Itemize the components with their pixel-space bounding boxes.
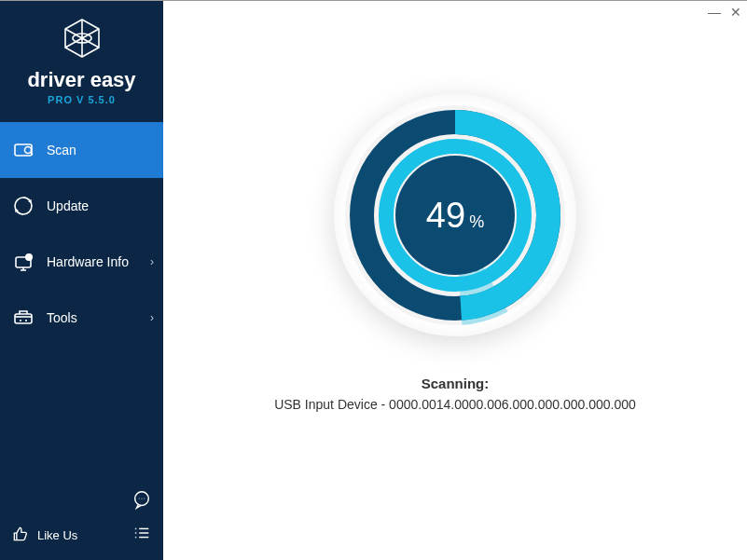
hardware-info-icon: i xyxy=(11,250,35,274)
svg-point-19 xyxy=(144,499,145,499)
main-panel: 49 % Scanning: USB Input Device - 0000.0… xyxy=(163,1,747,560)
chevron-right-icon: › xyxy=(150,255,154,268)
chevron-right-icon: › xyxy=(150,311,154,324)
sidebar-item-scan[interactable]: Scan xyxy=(0,122,163,178)
progress-value: 49 % xyxy=(426,196,484,236)
svg-point-24 xyxy=(135,537,137,539)
svg-point-22 xyxy=(135,532,137,534)
sidebar-bottom: Like Us xyxy=(0,480,163,560)
update-icon xyxy=(11,194,35,218)
menu-list-icon[interactable] xyxy=(131,523,152,547)
like-us-button[interactable]: Like Us xyxy=(11,525,77,546)
scan-status: Scanning: USB Input Device - 0000.0014.0… xyxy=(274,376,636,412)
sidebar-item-tools[interactable]: Tools › xyxy=(0,290,163,346)
minimize-button[interactable]: — xyxy=(708,5,721,20)
sidebar-item-label: Hardware Info xyxy=(47,254,129,269)
scan-status-detail: USB Input Device - 0000.0014.0000.006.00… xyxy=(274,397,636,412)
progress-number: 49 xyxy=(426,196,465,236)
brand-name: driver easy xyxy=(27,68,135,92)
svg-point-20 xyxy=(135,528,137,530)
scan-status-title: Scanning: xyxy=(274,376,636,391)
like-us-label: Like Us xyxy=(37,528,77,542)
app-window: — ✕ driver easy PRO V 5.5.0 xyxy=(0,0,747,560)
close-button[interactable]: ✕ xyxy=(730,5,741,20)
sidebar: driver easy PRO V 5.5.0 Scan xyxy=(0,1,163,560)
percent-symbol: % xyxy=(469,212,484,232)
thumbs-up-icon xyxy=(11,525,30,546)
svg-point-18 xyxy=(141,499,142,499)
scan-icon xyxy=(11,138,35,162)
feedback-icon[interactable] xyxy=(131,489,152,513)
window-controls: — ✕ xyxy=(708,5,741,20)
svg-point-3 xyxy=(25,147,32,154)
sidebar-item-label: Tools xyxy=(47,310,77,325)
scan-progress-ring: 49 % xyxy=(334,94,576,336)
sidebar-item-label: Update xyxy=(47,198,89,213)
svg-point-17 xyxy=(139,499,140,499)
sidebar-item-update[interactable]: Update xyxy=(0,178,163,234)
svg-rect-13 xyxy=(15,314,32,323)
nav: Scan Update xyxy=(0,122,163,346)
svg-rect-2 xyxy=(15,144,32,156)
sidebar-item-hardware-info[interactable]: i Hardware Info › xyxy=(0,234,163,290)
sidebar-item-label: Scan xyxy=(47,143,76,157)
tools-icon xyxy=(11,306,35,330)
brand-block: driver easy PRO V 5.5.0 xyxy=(0,1,163,115)
brand-version: PRO V 5.5.0 xyxy=(48,94,116,105)
app-logo-icon xyxy=(60,16,104,64)
